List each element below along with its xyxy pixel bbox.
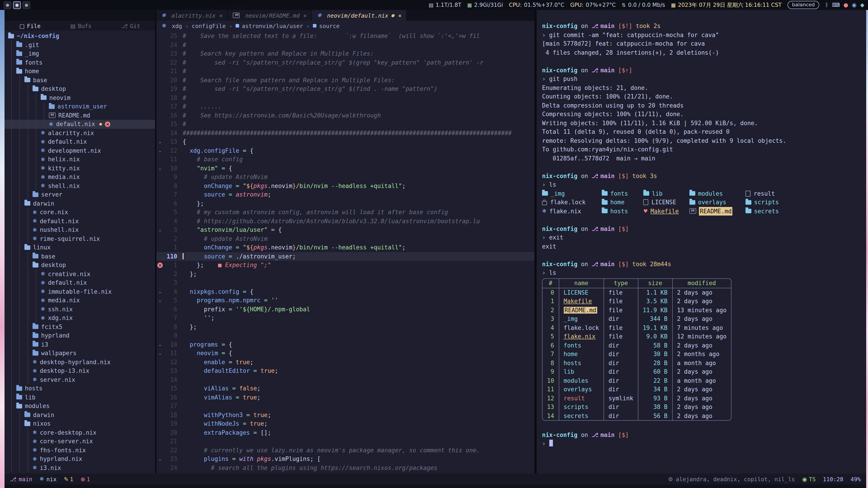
code-line[interactable]: ⌄23 plugins = with pkgs.vimPlugins; [ — [156, 455, 534, 463]
code-line[interactable]: 1 onChange = "${pkgs.neovim}/bin/nvim --… — [156, 243, 534, 252]
tree-item[interactable]: modules — [4, 402, 155, 411]
code-line[interactable]: 15# — [156, 120, 534, 129]
tree-item[interactable]: ❄media.nix — [4, 296, 155, 305]
code-line[interactable]: 15 viAlias = false; — [156, 384, 534, 393]
code-line[interactable]: 18# — [156, 93, 534, 102]
tree-item[interactable]: neovim — [4, 93, 155, 102]
buffer-tab[interactable]: Mneovim/README.md× — [228, 10, 312, 21]
terminal-command-line[interactable]: › — [542, 439, 864, 448]
code-line[interactable]: ⌄3 "astronvim/lua/user" = { — [156, 225, 534, 234]
code-line[interactable]: ⌄12 xdg.configFile = { — [156, 146, 534, 155]
tree-item[interactable]: .git — [4, 40, 155, 49]
code-line[interactable]: 16 vimAlias = true; — [156, 393, 534, 402]
tree-item[interactable]: ❄i3.nix — [4, 463, 155, 472]
tree-item[interactable]: ❄rime-squirrel.nix — [4, 234, 155, 243]
code-line[interactable]: 9 — [156, 331, 534, 340]
tree-item[interactable]: ❄helix.nix — [4, 155, 155, 164]
code-line[interactable]: 20 extraPackages = []; — [156, 428, 534, 437]
tree-item[interactable]: ❄default.nix — [4, 217, 155, 225]
code-line[interactable]: ⌄11 neovim = { — [156, 349, 534, 358]
system-tray[interactable]: ᛒ⌨●◉◆ — [825, 2, 864, 8]
terminal-panel[interactable]: nix-config on ⎇ main [$!] took 2s› git c… — [537, 10, 866, 474]
tree-item[interactable]: darwin — [4, 199, 155, 208]
code-line[interactable]: 3 — [156, 278, 534, 287]
code-line[interactable]: 24# — [156, 40, 534, 49]
code-line[interactable]: 2 }; — [156, 269, 534, 278]
code-line[interactable]: 24 # search all the plugins using https:… — [156, 463, 534, 472]
code-line[interactable]: 6 }; — [156, 199, 534, 208]
tree-item[interactable]: fcitx5 — [4, 322, 155, 331]
workspace-2[interactable]: ● — [13, 1, 21, 9]
code-line[interactable]: 16# See https://astronvim.com/Basic%20Us… — [156, 111, 534, 120]
code-line[interactable]: 20# Search file name pattern and Replace… — [156, 76, 534, 85]
tree-item[interactable]: ❄media.nix — [4, 173, 155, 182]
media-icon[interactable]: ◆ — [860, 2, 864, 8]
code-line[interactable]: ⌄10 "nvim" = { — [156, 164, 534, 173]
tree-item[interactable]: home — [4, 67, 155, 76]
tree-item[interactable]: desktop — [4, 261, 155, 269]
tree-item[interactable]: nixos — [4, 419, 155, 428]
tree-item[interactable]: ❄alacritty.nix — [4, 129, 155, 137]
buffer-tab[interactable]: ❄alacritty.nix× — [156, 10, 228, 21]
code-line[interactable]: 19 withNodeJs = true; — [156, 419, 534, 428]
tree-item[interactable]: ❄core.nix — [4, 208, 155, 217]
code-line[interactable]: 6 prefix = ''${HOME}/.npm-global — [156, 305, 534, 314]
tree-item[interactable]: ❄desktop-hyprland.nix — [4, 358, 155, 366]
code-line[interactable]: ⌄13{ — [156, 137, 534, 146]
tree-item[interactable]: ❄nushell.nix — [4, 225, 155, 234]
tree-item[interactable]: ❄desktop-i3.nix — [4, 366, 155, 375]
tree-item[interactable]: ❄creative.nix — [4, 269, 155, 278]
tree-item[interactable]: ❄hyprland.nix — [4, 455, 155, 463]
code-line[interactable]: 25# Save the selected text to a file: `:… — [156, 32, 534, 40]
code-line[interactable]: 23# Search key pattern and Replace in Mu… — [156, 49, 534, 58]
tree-item[interactable]: hosts — [4, 384, 155, 393]
code-line[interactable]: 11 # base config — [156, 155, 534, 164]
code-area[interactable]: 25# Save the selected text to a file: `:… — [156, 31, 534, 474]
layout-indicator[interactable]: ● — [23, 1, 30, 9]
tree-item[interactable]: MREADME.md — [4, 111, 155, 120]
tree-item[interactable]: _img — [4, 49, 155, 58]
tree-item[interactable]: ❄shell.nix — [4, 182, 155, 190]
tree-item[interactable]: ❄kitty.nix — [4, 164, 155, 173]
close-icon[interactable]: × — [303, 12, 307, 19]
workspace-1[interactable]: ● — [4, 1, 11, 9]
code-line[interactable]: 2 # update AstroNvim — [156, 234, 534, 243]
tree-item[interactable]: darwin — [4, 411, 155, 419]
tree-item[interactable]: desktop — [4, 85, 155, 93]
code-line[interactable]: 110 source = ./astronvim_user; — [156, 252, 534, 261]
code-line[interactable]: 17 — [156, 402, 534, 411]
sidebar-tab-git[interactable]: ⎇Git — [121, 22, 140, 29]
code-line[interactable]: ⌄5 programs.npm.npmrc = '' — [156, 296, 534, 305]
keyboard-icon[interactable]: ⌨ — [832, 2, 840, 8]
code-line[interactable]: 14 — [156, 375, 534, 384]
tree-item[interactable]: wallpapers — [4, 349, 155, 358]
breadcrumb-item[interactable]: astronvim/lua/user — [236, 22, 303, 29]
tree-item[interactable]: astronvim_user — [4, 102, 155, 111]
code-line[interactable]: 5 # my cusotom astronvim config, astronv… — [156, 208, 534, 217]
tree-item[interactable]: ~/nix-config — [4, 32, 155, 40]
tree-item[interactable]: fonts — [4, 58, 155, 67]
tree-item[interactable]: ❄fhs-fonts.nix — [4, 446, 155, 455]
tree-item[interactable]: base — [4, 252, 155, 261]
breadcrumb-item[interactable]: configFile — [192, 22, 226, 29]
breadcrumb-item[interactable]: source — [313, 22, 340, 29]
tree-item[interactable]: linux — [4, 243, 155, 252]
tree-item[interactable]: ❄core-server.nix — [4, 437, 155, 446]
close-icon[interactable]: × — [398, 12, 402, 19]
tree-item[interactable]: ❄default.nix — [4, 278, 155, 287]
tree-item[interactable]: ❄core-desktop.nix — [4, 428, 155, 437]
tree-item[interactable]: ❄default.nix●× — [4, 120, 155, 129]
power-profile-button[interactable]: balanced — [787, 1, 819, 9]
code-line[interactable]: 22 # currently we use lazy.nvim as neovi… — [156, 446, 534, 455]
code-line[interactable]: 21# — [156, 67, 534, 76]
code-line[interactable]: 4 # https://github.com/AstroNvim/AstroNv… — [156, 217, 534, 225]
tree-item[interactable]: i3 — [4, 340, 155, 349]
code-line[interactable]: 8 }; — [156, 322, 534, 331]
code-line[interactable]: 21 — [156, 437, 534, 446]
tree-item[interactable]: ❄xdg.nix — [4, 314, 155, 322]
sidebar-tab-bufs[interactable]: ▤Bufs — [70, 22, 92, 29]
close-icon[interactable]: × — [219, 12, 223, 19]
tree-item[interactable]: server — [4, 190, 155, 199]
tree-item[interactable]: hyprland — [4, 331, 155, 340]
tree-item[interactable]: base — [4, 76, 155, 85]
